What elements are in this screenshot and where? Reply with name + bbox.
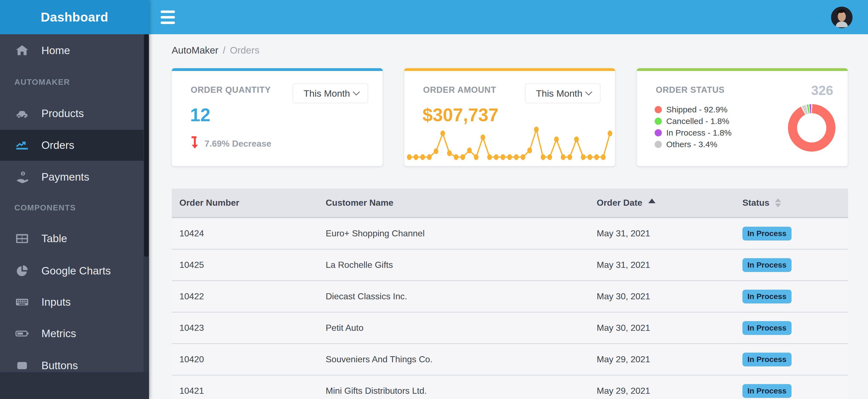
order-amount-card: ORDER AMOUNT This Month $307,737 [404,68,615,166]
order-status-total: 326 [811,83,833,98]
cell-status: In Process [742,290,840,303]
card-accent-bar [637,68,848,71]
sidebar-scrollbar[interactable] [144,34,149,372]
table-row[interactable]: 10424 Euro+ Shopping Channel May 31, 202… [172,218,848,250]
table-row[interactable]: 10421 Mini Gifts Distributors Ltd. May 2… [172,375,848,399]
cell-customer-name: Mini Gifts Distributors Ltd. [326,386,597,396]
order-quantity-period-select[interactable]: This Month [292,83,368,103]
home-icon [14,43,30,58]
cell-status: In Process [742,258,840,272]
cell-customer-name: La Rochelle Gifts [326,260,597,270]
sidebar-item-inputs[interactable]: Inputs [0,287,149,317]
card-title: ORDER STATUS [656,85,725,95]
table-row[interactable]: 10423 Petit Auto May 30, 2021 In Process [172,313,848,344]
breadcrumb-separator: / [223,45,225,56]
legend-dot-others [655,141,662,148]
column-header-status[interactable]: Status [742,198,840,208]
cell-order-number: 10424 [172,228,326,239]
sidebar-item-table[interactable]: Table [0,222,149,255]
breadcrumb-parent[interactable]: AutoMaker [172,45,218,56]
cell-order-date: May 30, 2021 [597,323,742,333]
cell-order-number: 10425 [172,260,326,270]
line-chart-icon [14,137,30,153]
selected-period: This Month [304,88,350,99]
column-label: Status [742,198,770,208]
card-accent-bar [404,68,615,71]
legend-label: Cancelled - 1.8% [666,117,729,126]
sidebar-item-buttons[interactable]: Buttons [0,349,149,372]
selected-period: This Month [536,88,582,99]
order-quantity-card: ORDER QUANTITY This Month 12 7.69% Decre… [172,68,383,166]
sidebar-item-label: Orders [41,139,74,151]
column-header-customer-name[interactable]: Customer Name [326,198,597,208]
column-header-order-number[interactable]: Order Number [172,198,326,208]
cell-customer-name: Diecast Classics Inc. [326,291,597,302]
legend-label: Others - 3.4% [666,140,717,149]
cell-order-date: May 31, 2021 [597,228,742,239]
legend-dot-shipped [655,106,662,113]
sidebar-item-home[interactable]: Home [0,34,149,67]
main-content: AutoMaker / Orders ORDER QUANTITY This M… [149,34,868,399]
sidebar-item-google-charts[interactable]: Google Charts [0,255,149,287]
status-badge: In Process [742,258,792,272]
legend-dot-cancelled [655,118,662,125]
sidebar-item-label: Google Charts [41,265,111,277]
chevron-down-icon [585,91,593,96]
sidebar-item-metrics[interactable]: Metrics [0,317,149,349]
car-icon [14,106,30,121]
order-status-legend: Shipped - 92.9% Cancelled - 1.8% In Proc… [655,104,732,150]
cell-customer-name: Euro+ Shopping Channel [326,228,597,239]
sidebar-item-label: Home [41,44,70,57]
sidebar-item-payments[interactable]: $ Payments [0,161,149,193]
cell-status: In Process [742,352,840,366]
table-row[interactable]: 10420 Souveniers And Things Co. May 29, … [172,344,848,375]
sidebar-menu: Home AUTOMAKER Products Orders $ [0,34,149,372]
status-badge: In Process [742,352,792,366]
hamburger-menu-icon[interactable] [161,7,180,27]
sidebar-section-automaker: AUTOMAKER [0,67,149,97]
cell-order-number: 10422 [172,291,326,302]
sidebar-item-label: Table [41,233,67,245]
app-title: Dashboard [41,10,108,25]
orders-table: Order Number Customer Name Order Date St… [172,189,848,399]
keyboard-icon [14,294,30,310]
button-icon [14,358,30,372]
table-row[interactable]: 10425 La Rochelle Gifts May 31, 2021 In … [172,250,848,281]
cell-customer-name: Souveniers And Things Co. [326,354,597,365]
table-row[interactable]: 10422 Diecast Classics Inc. May 30, 2021… [172,281,848,313]
pie-chart-icon [14,263,30,279]
sidebar-item-products[interactable]: Products [0,97,149,130]
legend-label: Shipped - 92.9% [666,105,727,114]
legend-item-cancelled: Cancelled - 1.8% [655,115,732,127]
sidebar-item-label: Inputs [41,296,71,308]
topbar [149,0,868,34]
legend-item-others: Others - 3.4% [655,139,732,150]
cell-order-date: May 31, 2021 [597,260,742,270]
section-label: COMPONENTS [14,203,76,212]
column-label: Order Number [179,198,239,208]
dashboard-app: Dashboard Home AUTOMAKER Products [0,0,868,399]
sidebar-scrollbar-thumb[interactable] [144,34,149,257]
sidebar-header: Dashboard [0,0,149,34]
sidebar-item-label: Buttons [41,360,78,372]
column-label: Customer Name [326,198,393,208]
legend-item-shipped: Shipped - 92.9% [655,104,732,115]
chevron-down-icon [352,91,361,96]
order-status-card: ORDER STATUS 326 Shipped - 92.9% Cancell… [637,68,848,166]
sort-ascending-icon [648,198,655,203]
order-amount-sparkline [405,125,614,164]
legend-item-in-process: In Process - 1.8% [655,127,732,139]
order-quantity-value: 12 [190,104,210,125]
cell-order-number: 10421 [172,386,326,396]
order-status-donut-chart [788,104,835,152]
cell-status: In Process [742,384,840,398]
cell-order-date: May 29, 2021 [597,386,742,396]
column-header-order-date[interactable]: Order Date [597,198,742,208]
cell-status: In Process [742,227,840,241]
legend-label: In Process - 1.8% [666,128,732,137]
sort-unsorted-icon [775,198,781,207]
sidebar-item-orders[interactable]: Orders [0,130,149,161]
order-amount-period-select[interactable]: This Month [525,83,600,103]
card-title: ORDER AMOUNT [423,85,496,95]
user-avatar[interactable] [831,7,852,28]
